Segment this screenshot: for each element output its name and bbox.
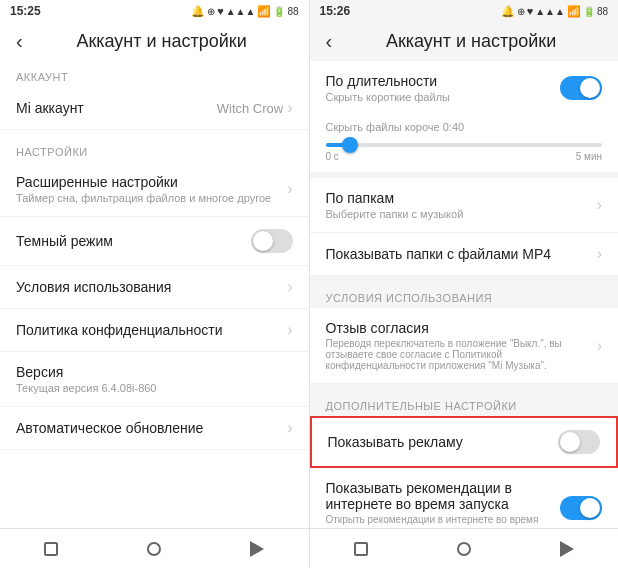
mp4-chevron-icon: ›: [597, 245, 602, 263]
folders-content: По папкам Выберите папки с музыкой: [326, 190, 597, 220]
folders-title: По папкам: [326, 190, 597, 206]
left-top-bar: ‹ Аккаунт и настройки: [0, 22, 309, 61]
right-time: 15:26: [320, 4, 351, 18]
mp4-folders-item[interactable]: Показывать папки с файлами MP4 ›: [310, 233, 619, 276]
right-nav-triangle-icon[interactable]: [557, 539, 577, 559]
slider-left-label: 0 с: [326, 151, 339, 162]
left-status-icons: 🔔 ⊕ ♥ ▲▲▲ 📶 🔋 88: [191, 5, 298, 18]
right-bottom-nav: [310, 528, 619, 568]
mi-account-value: Witch Crow: [217, 101, 283, 116]
ads-group: Показывать рекламу: [310, 416, 619, 468]
mp4-folders-title: Показывать папки с файлами MP4: [326, 246, 597, 262]
advanced-settings-title: Расширенные настройки: [16, 174, 287, 190]
right-nav-triangle-shape: [560, 541, 574, 557]
slider-right-label: 5 мин: [576, 151, 602, 162]
right-back-button[interactable]: ‹: [326, 30, 333, 53]
right-wifi-icon: 📶: [567, 5, 581, 18]
right-top-bar: ‹ Аккаунт и настройки: [310, 22, 619, 61]
right-signal-icon: ▲▲▲: [535, 6, 565, 17]
mi-account-title: Mi аккаунт: [16, 100, 217, 116]
terms-chevron-icon: ›: [287, 278, 292, 296]
auto-update-title: Автоматическое обновление: [16, 420, 287, 436]
mi-account-item[interactable]: Mi аккаунт Witch Crow ›: [0, 87, 309, 130]
signal-icon: ▲▲▲: [226, 6, 256, 17]
show-ads-item[interactable]: Показывать рекламу: [312, 418, 617, 466]
mi-account-content: Mi аккаунт: [16, 100, 217, 116]
auto-update-item[interactable]: Автоматическое обновление ›: [0, 407, 309, 450]
nav-square-icon[interactable]: [41, 539, 61, 559]
slider-thumb[interactable]: [342, 137, 358, 153]
recommendations-title: Показывать рекомендации в интернете во в…: [326, 480, 561, 512]
alarm-icon: 🔔: [191, 5, 205, 18]
left-page-title: Аккаунт и настройки: [31, 31, 293, 52]
duration-toggle-knob: [580, 78, 600, 98]
left-time: 15:25: [10, 4, 41, 18]
consent-item[interactable]: Отзыв согласия Переводя переключатель в …: [310, 308, 619, 384]
dark-mode-toggle-knob: [253, 231, 273, 251]
show-ads-content: Показывать рекламу: [328, 434, 559, 450]
right-battery-icon: 🔋: [583, 6, 595, 17]
settings-group: Расширенные настройки Таймер сна, фильтр…: [0, 162, 309, 450]
slider-label-row: Скрыть файлы короче 0:40: [310, 115, 619, 139]
duration-title: По длительности: [326, 73, 561, 89]
nav-circle-shape: [147, 542, 161, 556]
section-settings-label: НАСТРОЙКИ: [0, 136, 309, 162]
folders-subtitle: Выберите папки с музыкой: [326, 208, 597, 220]
right-content: По длительности Скрыть короткие файлы Ск…: [310, 61, 619, 528]
slider-label: Скрыть файлы короче 0:40: [326, 121, 465, 133]
wifi-icon: 📶: [257, 5, 271, 18]
nav-triangle-shape: [250, 541, 264, 557]
right-battery-percent: 88: [597, 6, 608, 17]
slider-container[interactable]: 0 с 5 мин: [310, 139, 619, 172]
additional-settings-label: ДОПОЛНИТЕЛЬНЫЕ НАСТРОЙКИ: [310, 390, 619, 416]
advanced-settings-subtitle: Таймер сна, фильтрация файлов и многое д…: [16, 192, 287, 204]
recommendations-toggle[interactable]: [560, 496, 602, 520]
show-ads-toggle[interactable]: [558, 430, 600, 454]
nav-triangle-icon[interactable]: [247, 539, 267, 559]
consent-subtitle: Переводя переключатель в положение "Выкл…: [326, 338, 597, 371]
duration-toggle[interactable]: [560, 76, 602, 100]
recommendations-toggle-knob: [580, 498, 600, 518]
folders-chevron-icon: ›: [597, 196, 602, 214]
version-title: Версия: [16, 364, 293, 380]
account-group: Mi аккаунт Witch Crow ›: [0, 87, 309, 130]
consent-chevron-icon: ›: [597, 337, 602, 355]
consent-content: Отзыв согласия Переводя переключатель в …: [326, 320, 597, 371]
heart-icon: ♥: [217, 5, 224, 17]
right-nav-circle-icon[interactable]: [454, 539, 474, 559]
privacy-content: Политика конфиденциальности: [16, 322, 287, 338]
version-content: Версия Текущая версия 6.4.08i-860: [16, 364, 293, 394]
right-page-title: Аккаунт и настройки: [340, 31, 602, 52]
right-nav-square-icon[interactable]: [351, 539, 371, 559]
show-ads-title: Показывать рекламу: [328, 434, 559, 450]
right-status-bar: 15:26 🔔 ⊕ ♥ ▲▲▲ 📶 🔋 88: [310, 0, 619, 22]
advanced-chevron-icon: ›: [287, 180, 292, 198]
dark-mode-item[interactable]: Темный режим: [0, 217, 309, 266]
duration-item[interactable]: По длительности Скрыть короткие файлы: [310, 61, 619, 115]
consent-group: Отзыв согласия Переводя переключатель в …: [310, 308, 619, 384]
right-status-icons: 🔔 ⊕ ♥ ▲▲▲ 📶 🔋 88: [501, 5, 608, 18]
right-alarm-icon: 🔔: [501, 5, 515, 18]
dark-mode-content: Темный режим: [16, 233, 251, 249]
privacy-item[interactable]: Политика конфиденциальности ›: [0, 309, 309, 352]
left-bottom-nav: [0, 528, 309, 568]
dark-mode-toggle[interactable]: [251, 229, 293, 253]
auto-update-chevron-icon: ›: [287, 419, 292, 437]
folders-item[interactable]: По папкам Выберите папки с музыкой ›: [310, 178, 619, 233]
auto-update-content: Автоматическое обновление: [16, 420, 287, 436]
terms-item[interactable]: Условия использования ›: [0, 266, 309, 309]
left-back-button[interactable]: ‹: [16, 30, 23, 53]
recommendations-item[interactable]: Показывать рекомендации в интернете во в…: [310, 468, 619, 528]
duration-content: По длительности Скрыть короткие файлы: [326, 73, 561, 103]
version-item: Версия Текущая версия 6.4.08i-860: [0, 352, 309, 407]
battery-icon: 🔋: [273, 6, 285, 17]
dark-mode-title: Темный режим: [16, 233, 251, 249]
left-status-bar: 15:25 🔔 ⊕ ♥ ▲▲▲ 📶 🔋 88: [0, 0, 309, 22]
left-panel: 15:25 🔔 ⊕ ♥ ▲▲▲ 📶 🔋 88 ‹ Аккаунт и настр…: [0, 0, 310, 568]
duration-group: По длительности Скрыть короткие файлы Ск…: [310, 61, 619, 172]
recommendations-group: Показывать рекомендации в интернете во в…: [310, 468, 619, 528]
battery-percent: 88: [287, 6, 298, 17]
right-nav-circle-shape: [457, 542, 471, 556]
advanced-settings-item[interactable]: Расширенные настройки Таймер сна, фильтр…: [0, 162, 309, 217]
nav-circle-icon[interactable]: [144, 539, 164, 559]
